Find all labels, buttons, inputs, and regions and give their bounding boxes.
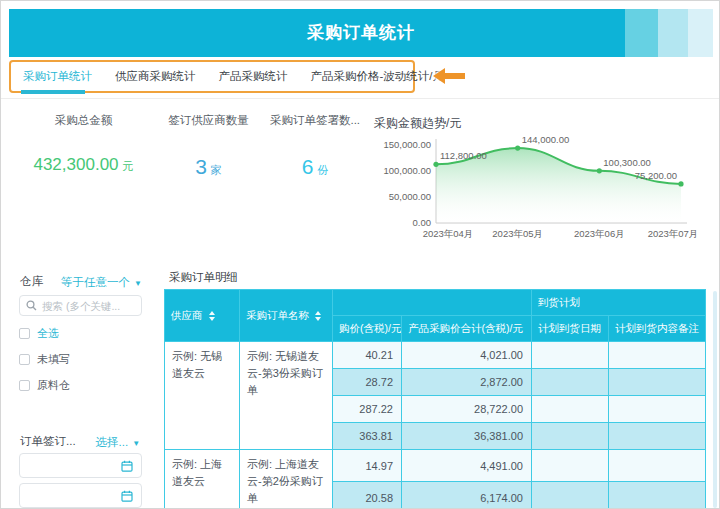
data-point-label: 112,800.00 — [440, 150, 487, 161]
warehouse-search-box[interactable] — [19, 295, 142, 316]
y-axis-tick: 150,000.00 — [383, 139, 431, 150]
order-detail-table-wrap: 供应商采购订单名称到货计划购价(含税)/元产品采购价合计(含税)/元计划到货日期… — [164, 289, 709, 509]
kpi-unit: 元 — [123, 160, 134, 172]
tabstrip-divider — [1, 98, 720, 99]
y-axis-tick: 0.00 — [413, 217, 432, 228]
price-cell: 40.21 — [333, 342, 402, 369]
kpi-row: 采购总金额432,300.00元签订供应商数量3家采购订单签署数...6份 — [11, 113, 369, 179]
kpi-value: 3家 — [156, 155, 261, 179]
order-sign-filter-label: 订单签订... — [20, 434, 76, 449]
tab-list: 采购订单统计供应商采购统计产品采购统计产品采购价格-波动统计/月 — [9, 60, 415, 93]
warehouse-filter-label: 仓库 — [20, 274, 43, 289]
table-row: 示例: 上海道友云示例: 上海道友云-第2份采购订单14.974,491.00 — [165, 450, 706, 482]
plan-date-cell — [532, 396, 609, 423]
price-cell: 28.72 — [333, 369, 402, 396]
warehouse-operator-dropdown[interactable]: 等于任意一个▼ — [61, 272, 142, 290]
col-header-supplier[interactable]: 供应商 — [165, 290, 240, 342]
checkbox[interactable] — [19, 380, 30, 391]
kpi-card-1: 采购总金额432,300.00元 — [11, 113, 156, 179]
chevron-down-icon: ▼ — [132, 439, 140, 448]
plan-date-cell — [532, 423, 609, 450]
order-detail-table: 供应商采购订单名称到货计划购价(含税)/元产品采购价合计(含税)/元计划到货日期… — [164, 289, 706, 509]
kpi-value: 6份 — [261, 155, 369, 179]
trend-chart-card: 采购金额趋势/元 150,000.00100,000.0050,000.000.… — [366, 113, 718, 245]
warehouse-filter-row: 仓库 等于任意一个▼ — [20, 272, 142, 290]
kpi-label: 签订供应商数量 — [156, 113, 261, 128]
plan-date-cell — [532, 342, 609, 369]
sort-icon[interactable] — [315, 311, 321, 321]
page-title: 采购订单统计 — [9, 9, 713, 57]
x-axis-tick: 2023年07月 — [648, 228, 699, 239]
table-scrollbar[interactable] — [713, 291, 717, 508]
warehouse-option-1[interactable]: 全选 — [19, 326, 70, 341]
plan-note-cell — [609, 369, 706, 396]
plan-note-cell — [609, 482, 706, 509]
y-axis-tick: 50,000.00 — [389, 191, 431, 202]
tab-3[interactable]: 产品采购统计 — [219, 69, 288, 84]
x-axis-tick: 2023年04月 — [423, 228, 474, 239]
data-point-label: 75,200.00 — [635, 170, 677, 181]
calendar-icon — [121, 460, 133, 472]
warehouse-option-2[interactable]: 未填写 — [19, 352, 70, 367]
total-cell: 4,491.00 — [402, 450, 532, 482]
active-tab-underline — [21, 90, 85, 94]
checkbox-label: 未填写 — [37, 352, 70, 367]
total-cell: 6,174.00 — [402, 482, 532, 509]
kpi-number: 6 — [302, 155, 314, 178]
tab-1[interactable]: 采购订单统计 — [23, 69, 92, 84]
kpi-number: 432,300.00 — [33, 155, 118, 174]
search-icon — [26, 300, 37, 311]
total-cell: 2,872.00 — [402, 369, 532, 396]
decor-block — [688, 9, 713, 57]
kpi-number: 3 — [195, 155, 207, 178]
checkbox[interactable] — [19, 354, 30, 365]
x-axis-tick: 2023年06月 — [574, 228, 625, 239]
group-header-blank — [333, 290, 532, 316]
checkbox-label: 全选 — [37, 326, 59, 341]
kpi-unit: 家 — [211, 164, 222, 176]
table-title: 采购订单明细 — [169, 270, 238, 285]
decor-block — [625, 9, 658, 57]
header-bar: 采购订单统计 — [9, 9, 713, 57]
plan-date-cell — [532, 482, 609, 509]
arrow-shaft — [444, 73, 465, 79]
price-cell: 14.97 — [333, 450, 402, 482]
trend-chart: 150,000.00100,000.0050,000.000.00112,800… — [366, 131, 718, 245]
annotation-arrow-icon — [433, 68, 469, 84]
total-cell: 28,722.00 — [402, 396, 532, 423]
col-header-plan-note[interactable]: 计划到货内容备注 — [609, 316, 706, 342]
date-from-input[interactable] — [19, 453, 142, 478]
kpi-card-3: 采购订单签署数...6份 — [261, 113, 369, 179]
dashboard-page: 采购订单统计 采购订单统计供应商采购统计产品采购统计产品采购价格-波动统计/月 … — [0, 0, 720, 509]
warehouse-search-input[interactable] — [42, 300, 132, 312]
order-sign-select-dropdown[interactable]: 选择...▼ — [96, 432, 141, 450]
tab-4[interactable]: 产品采购价格-波动统计/月 — [311, 69, 445, 84]
kpi-card-2: 签订供应商数量3家 — [156, 113, 261, 179]
data-point-label: 100,300.00 — [603, 157, 651, 168]
kpi-label: 采购总金额 — [11, 113, 156, 128]
checkbox-label: 原料仓 — [37, 378, 70, 393]
warehouse-option-3[interactable]: 原料仓 — [19, 378, 70, 393]
x-axis-tick: 2023年05月 — [492, 228, 543, 239]
order-name-cell: 示例: 无锡道友云-第3份采购订单 — [240, 342, 333, 450]
price-cell: 287.22 — [333, 396, 402, 423]
price-cell: 20.58 — [333, 482, 402, 509]
y-axis-tick: 100,000.00 — [383, 165, 431, 176]
total-cell: 4,021.00 — [402, 342, 532, 369]
data-point-label: 144,000.00 — [522, 134, 570, 145]
group-header-arrival-plan: 到货计划 — [532, 290, 706, 316]
col-header-total[interactable]: 产品采购价合计(含税)/元 — [402, 316, 532, 342]
plan-date-cell — [532, 369, 609, 396]
plan-note-cell — [609, 396, 706, 423]
order-sign-filter-row: 订单签订... 选择...▼ — [20, 432, 140, 450]
chart-title: 采购金额趋势/元 — [374, 115, 461, 132]
col-header-plan-date[interactable]: 计划到货日期 — [532, 316, 609, 342]
kpi-value: 432,300.00元 — [11, 155, 156, 175]
col-header-price[interactable]: 购价(含税)/元 — [333, 316, 402, 342]
sort-icon[interactable] — [209, 311, 215, 321]
chevron-down-icon: ▼ — [134, 279, 142, 288]
col-header-order-name[interactable]: 采购订单名称 — [240, 290, 333, 342]
date-to-input[interactable] — [19, 483, 142, 508]
checkbox[interactable] — [19, 328, 30, 339]
tab-2[interactable]: 供应商采购统计 — [115, 69, 196, 84]
